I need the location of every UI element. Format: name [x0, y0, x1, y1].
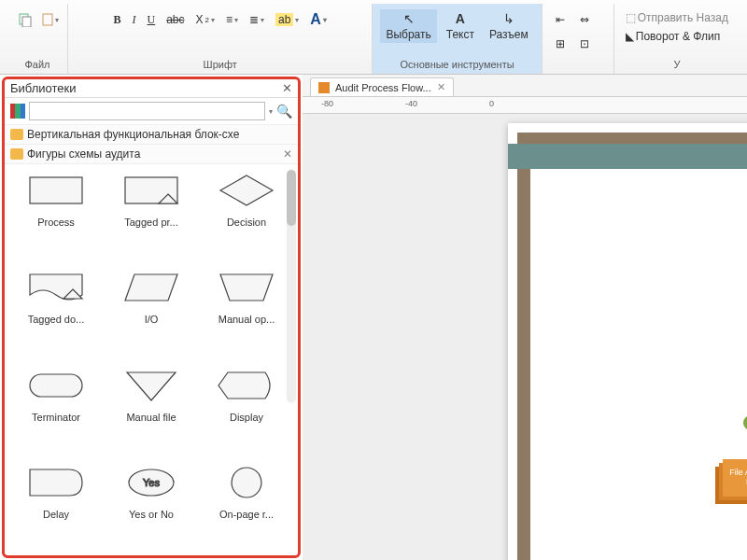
- library-books-icon[interactable]: [10, 104, 25, 119]
- svg-rect-3: [30, 177, 82, 203]
- svg-marker-7: [220, 274, 273, 301]
- align-left-icon[interactable]: ⇤: [550, 9, 571, 30]
- close-icon[interactable]: ✕: [437, 81, 445, 93]
- library-category-swimlane[interactable]: Вертикальная функциональная блок-схе: [5, 125, 298, 145]
- send-back-button[interactable]: ⬚ Отправить Назад: [622, 9, 732, 26]
- folder-icon: [10, 129, 23, 140]
- italic-button[interactable]: I: [128, 11, 139, 29]
- svg-marker-6: [125, 274, 177, 301]
- ribbon-group-arrange: ⬚ Отправить Назад ◣ Поворот & Флип У: [614, 4, 740, 74]
- select-tool[interactable]: ↖Выбрать: [380, 9, 436, 43]
- library-category-audit[interactable]: Фигуры схемы аудита ✕: [5, 145, 298, 164]
- svg-rect-2: [43, 14, 52, 25]
- svg-point-12: [232, 468, 261, 497]
- svg-text:Yes: Yes: [143, 477, 160, 488]
- canvas-area: Audit Process Flow... ✕ -80 -40 0 PLANNI…: [303, 75, 747, 560]
- underline-button[interactable]: U: [143, 11, 159, 29]
- shape-tagged-document[interactable]: Tagged do...: [10, 267, 102, 355]
- document-icon: [318, 82, 330, 93]
- page-title: PLANNING AN: [508, 144, 747, 169]
- svg-marker-5: [220, 175, 273, 205]
- ribbon-group-align: ⇤ ⇔ ⊞ ⊡: [543, 4, 614, 74]
- ribbon-group-tools: ↖Выбрать AТекст ↳Разъем Основные инструм…: [373, 4, 542, 74]
- ribbon-label-arrange: У: [673, 59, 680, 70]
- connector-tool[interactable]: ↳Разъем: [484, 9, 534, 43]
- shape-io[interactable]: I/O: [106, 267, 197, 355]
- ribbon: ▾ Файл B I U abc X2▾ ≡▾ ≣▾ ab▾ A▾ Шрифт …: [0, 0, 747, 75]
- font-color-button[interactable]: A▾: [306, 9, 331, 30]
- subscript-button[interactable]: X2▾: [192, 11, 218, 28]
- strike-button[interactable]: abc: [162, 11, 188, 28]
- svg-rect-8: [30, 374, 82, 397]
- page: PLANNING AN Initiated Audit Prepare the …: [508, 123, 747, 560]
- shape-display[interactable]: Display: [201, 365, 292, 453]
- shape-delay[interactable]: Delay: [10, 462, 102, 550]
- tab-audit-flow[interactable]: Audit Process Flow... ✕: [310, 77, 454, 96]
- shape-manual-operation[interactable]: Manual op...: [201, 267, 292, 355]
- shape-tagged-process[interactable]: Tagged pr...: [106, 170, 197, 258]
- highlight-button[interactable]: ab▾: [272, 11, 303, 28]
- shape-process[interactable]: Process: [10, 170, 102, 258]
- shape-yes-or-no[interactable]: YesYes or No: [106, 462, 197, 550]
- scrollbar[interactable]: [287, 170, 296, 403]
- ribbon-label-tools: Основные инструменты: [401, 59, 514, 70]
- close-icon[interactable]: ✕: [282, 81, 292, 95]
- copy-icon[interactable]: [15, 9, 35, 30]
- numbering-button[interactable]: ≣▾: [246, 11, 268, 28]
- ribbon-label-font: Шрифт: [204, 59, 237, 70]
- library-search-input[interactable]: [29, 102, 265, 120]
- svg-marker-9: [127, 372, 176, 400]
- ribbon-group-font: B I U abc X2▾ ≡▾ ≣▾ ab▾ A▾ Шрифт: [68, 4, 373, 74]
- ribbon-label-file: Файл: [24, 59, 49, 70]
- align-center-icon[interactable]: ⇔: [574, 9, 595, 30]
- shape-terminator[interactable]: Terminator: [10, 365, 102, 453]
- document-tabs: Audit Process Flow... ✕: [303, 75, 747, 97]
- search-icon[interactable]: 🔍: [276, 104, 292, 119]
- canvas[interactable]: PLANNING AN Initiated Audit Prepare the …: [303, 114, 747, 560]
- shape-decision[interactable]: Decision: [201, 170, 292, 258]
- bold-button[interactable]: B: [109, 11, 124, 29]
- ribbon-group-file: ▾ Файл: [7, 4, 68, 74]
- distribute-icon[interactable]: ⊞: [550, 34, 571, 54]
- node-file-results[interactable]: File Assessment Results: [723, 459, 747, 497]
- close-icon[interactable]: ✕: [283, 147, 292, 161]
- rotate-flip-button[interactable]: ◣ Поворот & Флип: [622, 28, 724, 45]
- svg-rect-1: [22, 17, 31, 27]
- shapes-grid: Process Tagged pr... Decision Tagged do.…: [5, 164, 298, 555]
- search-dropdown-icon[interactable]: ▾: [269, 107, 273, 116]
- horizontal-ruler: -80 -40 0: [303, 97, 747, 114]
- shape-manual-file[interactable]: Manual file: [106, 365, 197, 453]
- bullets-button[interactable]: ≡▾: [222, 11, 242, 28]
- library-title: Библиотеки: [10, 81, 76, 95]
- library-panel: Библиотеки ✕ ▾ 🔍 Вертикальная функционал…: [2, 77, 301, 558]
- paste-icon[interactable]: ▾: [39, 9, 60, 30]
- group-icon[interactable]: ⊡: [574, 34, 595, 54]
- folder-icon: [10, 148, 23, 160]
- text-tool[interactable]: AТекст: [441, 9, 480, 43]
- shape-on-page-reference[interactable]: On-page r...: [201, 462, 292, 550]
